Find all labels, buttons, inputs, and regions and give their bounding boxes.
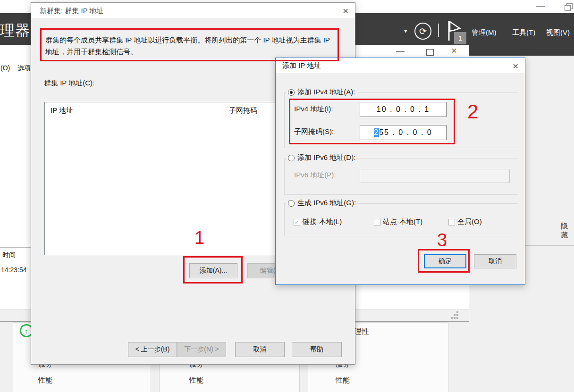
cluster-ip-list-label: 群集 IP 地址(C):	[44, 79, 94, 88]
tile2-performance-row[interactable]: 性能	[189, 376, 203, 385]
annotation-number-1: 1	[194, 228, 204, 248]
annotation-number-2: 2	[467, 100, 478, 123]
generate-ipv6-label: 生成 IPv6 地址(G):	[297, 199, 356, 208]
ipv6-radio-row[interactable]: 添加 IPv6 地址(D):	[287, 153, 357, 162]
back-button[interactable]: < 上一步(B)	[128, 342, 177, 357]
ipv6-address-input	[360, 169, 510, 183]
add-dialog-close-icon[interactable]: ×	[513, 61, 518, 71]
site-local-option: 站点-本地(T)	[374, 217, 422, 226]
log-time-header[interactable]: 时间	[2, 251, 16, 259]
hide-link[interactable]: 隐藏	[561, 222, 574, 240]
help-button[interactable]: 帮助	[292, 342, 342, 357]
ipv4-radio-label: 添加 IPv4 地址(A):	[297, 88, 355, 97]
next-button: 下一步(N) >	[177, 342, 226, 357]
link-local-option: ✓ 链接-本地(L)	[294, 217, 342, 226]
link-local-label: 链接-本地(L)	[303, 217, 342, 226]
column-header-mask[interactable]: 子网掩码	[229, 106, 257, 115]
wizard-close-icon[interactable]: ×	[343, 6, 348, 16]
annotation-box-description	[40, 28, 339, 61]
minimize-icon[interactable]: —	[536, 1, 545, 11]
resize-grip[interactable]	[451, 311, 459, 320]
link-local-checkbox: ✓	[294, 219, 300, 225]
wizard-cancel-button[interactable]: 取消	[235, 342, 285, 357]
chevron-down-icon[interactable]: ▾	[404, 27, 407, 34]
wizard-footer-divider	[41, 330, 346, 330]
ipv4-radio[interactable]	[288, 89, 295, 96]
nlb-close-icon[interactable]: ×	[451, 45, 457, 56]
global-option: 全局(O)	[448, 217, 482, 226]
ipv6-radio-label: 添加 IPv6 地址(D):	[297, 153, 355, 162]
column-header-ip[interactable]: IP 地址	[51, 106, 73, 115]
add-dialog-cancel-button[interactable]: 取消	[474, 254, 516, 268]
global-label: 全局(O)	[457, 217, 482, 226]
add-ip-dialog: 添加 IP 地址 × 添加 IPv4 地址(A): IPv4 地址(I): 10…	[275, 58, 525, 285]
tile3-performance-row[interactable]: 性能	[336, 376, 350, 385]
notification-badge[interactable]: 1	[454, 32, 466, 44]
generate-ipv6-radio[interactable]	[288, 200, 295, 207]
restore-icon-back	[565, 5, 571, 11]
refresh-icon[interactable]: ⟳	[414, 23, 431, 40]
log-time-value: 14:23:54	[1, 266, 27, 274]
ipv4-radio-row[interactable]: 添加 IPv4 地址(A):	[287, 88, 357, 97]
annotation-box-step3	[418, 249, 470, 273]
add-dialog-title: 添加 IP 地址	[282, 61, 321, 70]
wizard-title: 新群集: 群集 IP 地址	[40, 7, 104, 16]
menu-manage[interactable]: 管理(M)	[472, 28, 497, 37]
global-checkbox	[448, 219, 455, 225]
menu-view[interactable]: 视图(V)	[546, 28, 570, 37]
column-divider[interactable]	[222, 104, 222, 117]
generate-radio-row[interactable]: 生成 IPv6 地址(G):	[287, 199, 357, 208]
screen: — 理器 ▾ ⟳ 1 管理(M) 工具(T) 视图(V) 隐藏 ↑ 服务 性能 …	[0, 0, 574, 392]
nlb-menu-fragment-o[interactable]: (O)	[0, 64, 10, 72]
ipv6-group: 添加 IPv6 地址(D): IPv6 地址(P):	[284, 158, 518, 195]
annotation-box-step1	[183, 256, 243, 284]
site-local-checkbox	[374, 219, 380, 225]
annotation-number-3: 3	[437, 230, 447, 250]
menu-tools[interactable]: 工具(T)	[512, 28, 535, 37]
nlb-maximize-icon[interactable]	[426, 49, 434, 56]
toolbar-divider	[438, 24, 439, 37]
tile1-performance-row[interactable]: 性能	[38, 376, 52, 385]
generate-ipv6-group: 生成 IPv6 地址(G): ✓ 链接-本地(L) 站点-本地(T) 全局(O)	[284, 203, 518, 236]
site-local-label: 站点-本地(T)	[383, 217, 422, 226]
breadcrumb: 理器	[0, 21, 30, 41]
nlb-minimize-icon[interactable]: —	[396, 46, 405, 56]
nlb-menu-options[interactable]: 选项	[17, 64, 31, 73]
ipv6-address-label: IPv6 地址(P):	[294, 171, 336, 180]
up-arrow-icon: ↑	[25, 327, 28, 335]
ipv6-radio[interactable]	[288, 155, 295, 161]
annotation-box-step2	[289, 99, 455, 144]
nlb-tree-item[interactable]: 集	[0, 75, 3, 83]
